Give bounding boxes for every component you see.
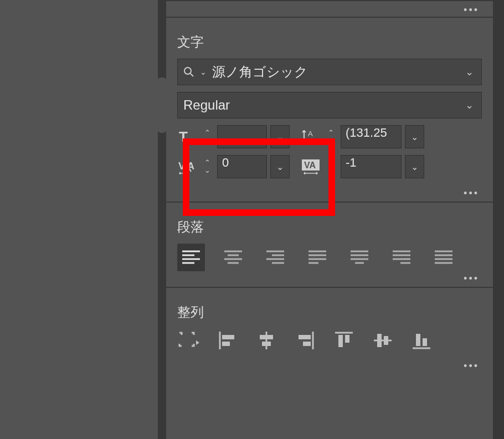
chevron-down-icon[interactable]: ⌄ <box>200 68 207 76</box>
chevron-down-icon[interactable]: ⌄ <box>457 66 481 78</box>
kerning-icon: V A <box>177 159 197 174</box>
canvas-area[interactable] <box>0 0 158 439</box>
kerning-tracking-row: V A ⌃ ⌄ 0 ⌄ VA <box>177 155 482 178</box>
svg-rect-54 <box>423 338 427 346</box>
svg-rect-53 <box>416 334 420 346</box>
font-family-field[interactable]: ⌄ 源ノ角ゴシック ⌄ <box>177 59 482 85</box>
leading-icon: A A <box>301 129 321 144</box>
leading-stepper[interactable]: ⌃ ⌄ <box>324 127 337 147</box>
top-panel-stub: ••• <box>166 0 493 17</box>
align-top-edges-button[interactable] <box>332 329 356 352</box>
chevron-down-icon[interactable]: ⌄ <box>328 167 334 174</box>
panel-divider[interactable] <box>158 0 166 439</box>
tracking-dropdown[interactable]: ⌄ <box>405 155 424 178</box>
svg-line-1 <box>191 74 193 76</box>
font-weight-field[interactable]: Regular ⌄ <box>177 92 482 118</box>
tracking-input[interactable]: -1 <box>341 155 402 178</box>
chevron-down-icon[interactable]: ⌄ <box>328 137 334 144</box>
font-size-group: T ⌃ ⌄ ⌄ <box>177 125 290 148</box>
svg-rect-42 <box>262 342 271 346</box>
svg-text:A: A <box>308 137 313 145</box>
svg-rect-47 <box>338 335 343 347</box>
svg-rect-48 <box>345 335 349 343</box>
justify-all-button[interactable] <box>430 244 457 271</box>
tracking-stepper[interactable]: ⌃ ⌄ <box>324 157 337 177</box>
font-weight-value: Regular <box>178 97 457 113</box>
align-right-button[interactable] <box>261 244 289 271</box>
properties-panel: ••• 文字 ⌄ 源ノ角ゴシック ⌄ Regular ⌄ T <box>166 0 493 439</box>
align-center-button[interactable] <box>219 244 247 271</box>
svg-rect-38 <box>222 335 234 339</box>
kerning-group: V A ⌃ ⌄ 0 ⌄ <box>177 155 290 178</box>
svg-rect-44 <box>299 335 311 339</box>
arrange-buttons <box>166 329 493 352</box>
font-size-stepper[interactable]: ⌃ ⌄ <box>200 127 214 147</box>
align-center-horizontal-button[interactable] <box>255 329 278 352</box>
chevron-up-icon[interactable]: ⌃ <box>328 129 334 137</box>
chevron-down-icon[interactable]: ⌄ <box>204 137 210 144</box>
svg-rect-45 <box>303 342 311 346</box>
chevron-down-icon[interactable]: ⌄ <box>457 99 481 111</box>
svg-text:V: V <box>178 161 185 172</box>
leading-dropdown[interactable]: ⌄ <box>405 125 424 148</box>
svg-rect-41 <box>260 335 273 339</box>
kerning-stepper[interactable]: ⌃ ⌄ <box>200 157 214 177</box>
align-center-vertical-button[interactable] <box>371 329 394 352</box>
justify-last-left-button[interactable] <box>304 244 331 271</box>
kerning-input[interactable]: 0 <box>217 155 267 178</box>
align-left-edges-button[interactable] <box>216 329 239 352</box>
svg-point-0 <box>184 68 191 74</box>
svg-text:A: A <box>308 130 313 138</box>
align-bottom-edges-button[interactable] <box>410 329 433 352</box>
panel-menu-icon[interactable]: ••• <box>464 4 479 16</box>
character-panel: 文字 ⌄ 源ノ角ゴシック ⌄ Regular ⌄ T ⌃ <box>166 17 493 202</box>
svg-rect-39 <box>222 342 230 346</box>
panel-menu-icon[interactable]: ••• <box>464 360 479 372</box>
kerning-dropdown[interactable]: ⌄ <box>270 155 290 178</box>
align-panel-title: 整列 <box>166 293 493 329</box>
align-panel: 整列 <box>166 287 493 374</box>
character-panel-title: 文字 <box>166 23 493 59</box>
justify-last-center-button[interactable] <box>346 244 373 271</box>
svg-rect-50 <box>377 334 382 347</box>
chevron-down-icon[interactable]: ⌄ <box>204 167 210 174</box>
font-size-input[interactable] <box>217 125 267 148</box>
right-edge <box>493 0 504 439</box>
panel-menu-icon[interactable]: ••• <box>464 188 479 199</box>
chevron-up-icon[interactable]: ⌃ <box>204 159 210 167</box>
leading-group: A A ⌃ ⌄ (131.25 ⌄ <box>301 125 424 148</box>
svg-text:A: A <box>187 161 194 172</box>
svg-rect-51 <box>384 336 388 345</box>
align-to-artboard-button[interactable] <box>177 329 200 352</box>
justify-last-right-button[interactable] <box>388 244 415 271</box>
chevron-up-icon[interactable]: ⌃ <box>328 159 334 167</box>
chevron-up-icon[interactable]: ⌃ <box>204 129 210 137</box>
tracking-icon: VA <box>301 159 321 174</box>
panel-menu-icon[interactable]: ••• <box>464 273 479 285</box>
size-leading-row: T ⌃ ⌄ ⌄ A A ⌃ ⌄ <box>177 125 482 148</box>
svg-text:T: T <box>179 130 188 144</box>
font-size-icon: T <box>177 129 197 144</box>
paragraph-panel-title: 段落 <box>166 208 493 244</box>
svg-text:VA: VA <box>304 161 316 170</box>
font-family-value: 源ノ角ゴシック <box>210 63 457 81</box>
align-left-button[interactable] <box>177 244 205 271</box>
paragraph-panel: 段落 ••• <box>166 202 493 287</box>
search-icon[interactable] <box>178 65 200 79</box>
leading-input[interactable]: (131.25 <box>341 125 402 148</box>
font-size-dropdown[interactable]: ⌄ <box>270 125 290 148</box>
tracking-group: VA ⌃ ⌄ -1 ⌄ <box>301 155 424 178</box>
align-right-edges-button[interactable] <box>294 329 317 352</box>
text-align-buttons <box>166 244 493 271</box>
